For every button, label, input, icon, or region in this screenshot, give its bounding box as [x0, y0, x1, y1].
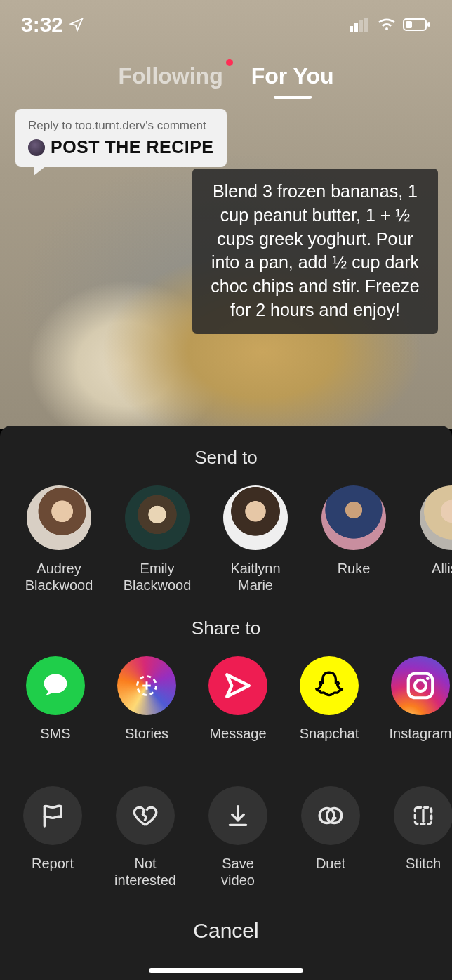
svg-rect-5 — [427, 22, 430, 27]
svg-rect-0 — [350, 26, 353, 32]
cellular-signal-icon — [350, 18, 371, 32]
download-icon — [208, 786, 267, 845]
svg-point-12 — [426, 677, 430, 680]
flag-icon — [23, 786, 82, 845]
cancel-label: Cancel — [193, 919, 258, 943]
action-not-interested[interactable]: Not interested — [115, 786, 175, 889]
reply-comment-text: POST THE RECIPE — [51, 137, 214, 157]
contact-avatar — [125, 485, 190, 550]
location-icon — [69, 17, 84, 32]
video-caption-text: Blend 3 frozen bananas, 1 cup peanut but… — [192, 169, 438, 334]
action-save-video[interactable]: Save video — [208, 786, 268, 889]
contact-item[interactable]: Ruke — [317, 485, 390, 594]
contact-item[interactable]: Emily Blackwood — [121, 485, 194, 594]
share-label: Snapchat — [300, 725, 359, 742]
share-label: SMS — [40, 725, 70, 742]
svg-rect-1 — [354, 23, 358, 32]
notification-dot-icon — [226, 59, 233, 66]
contact-item[interactable]: Kaitlynn Marie — [219, 485, 292, 594]
contact-label: Kaitlynn Marie — [230, 560, 280, 594]
contact-avatar — [27, 485, 91, 550]
action-duet[interactable]: Duet — [300, 786, 361, 889]
contact-avatar — [420, 485, 452, 550]
action-report[interactable]: Report — [22, 786, 83, 889]
stitch-icon — [394, 786, 452, 845]
send-to-row[interactable]: Audrey Blackwood Emily Blackwood Kaitlyn… — [0, 469, 452, 594]
home-indicator[interactable] — [149, 968, 303, 973]
svg-rect-3 — [364, 18, 368, 32]
action-label: Report — [32, 855, 74, 872]
contact-label: Emily Blackwood — [124, 560, 192, 594]
reply-commenter-avatar — [28, 139, 45, 156]
tab-for-you[interactable]: For You — [251, 63, 334, 89]
contact-item[interactable]: Allissa — [416, 485, 452, 594]
action-stitch[interactable]: Stitch — [393, 786, 452, 889]
contact-avatar — [223, 485, 288, 550]
duet-icon — [301, 786, 360, 845]
contact-label: Allissa — [432, 560, 452, 577]
message-icon — [208, 656, 267, 715]
tab-for-you-label: For You — [251, 63, 334, 89]
snapchat-icon — [300, 656, 359, 715]
stories-icon — [117, 656, 176, 715]
battery-icon — [403, 18, 431, 32]
tab-following-label: Following — [118, 63, 222, 89]
feed-tabs: Following For You — [0, 63, 452, 89]
share-label: Instagram — [390, 725, 452, 742]
cancel-button[interactable]: Cancel — [0, 882, 452, 980]
svg-rect-2 — [359, 20, 363, 32]
contact-item[interactable]: Audrey Blackwood — [22, 485, 95, 594]
tab-following[interactable]: Following — [118, 63, 222, 89]
instagram-icon — [391, 656, 450, 715]
svg-rect-10 — [408, 674, 433, 698]
action-label: Stitch — [406, 855, 441, 872]
contact-avatar — [321, 485, 386, 550]
share-to-title: Share to — [0, 618, 452, 639]
share-label: Stories — [125, 725, 168, 742]
svg-point-11 — [415, 680, 426, 691]
share-to-row[interactable]: SMS Stories Message Sna — [0, 639, 452, 742]
reply-comment-bubble[interactable]: Reply to too.turnt.derv's comment POST T… — [15, 109, 227, 167]
share-snapchat[interactable]: Snapchat — [296, 656, 362, 742]
action-label: Duet — [316, 855, 345, 872]
status-time: 3:32 — [21, 13, 63, 37]
share-instagram[interactable]: Instagram — [387, 656, 452, 742]
share-sheet: Send to Audrey Blackwood Emily Blackwood… — [0, 426, 452, 980]
sms-icon — [26, 656, 85, 715]
broken-heart-icon — [116, 786, 175, 845]
share-sms[interactable]: SMS — [22, 656, 88, 742]
share-label: Message — [209, 725, 266, 742]
svg-point-15 — [333, 812, 335, 814]
share-message[interactable]: Message — [205, 656, 271, 742]
contact-label: Ruke — [338, 560, 371, 577]
svg-rect-6 — [406, 21, 412, 28]
wifi-icon — [378, 18, 396, 32]
actions-row[interactable]: Report Not interested Save video Duet — [0, 766, 452, 889]
contact-label: Audrey Blackwood — [25, 560, 93, 594]
status-bar: 3:32 — [0, 0, 452, 49]
share-stories[interactable]: Stories — [114, 656, 180, 742]
reply-comment-header: Reply to too.turnt.derv's comment — [28, 119, 214, 133]
send-to-title: Send to — [0, 447, 452, 469]
